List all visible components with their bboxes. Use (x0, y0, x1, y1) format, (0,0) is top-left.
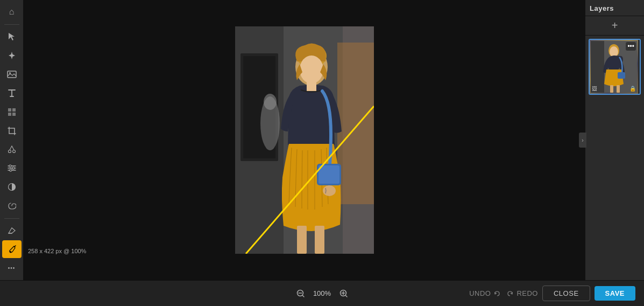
layer-lock-icon: 🔒 (629, 86, 636, 92)
layer-more-button[interactable]: ••• (626, 42, 636, 51)
svg-rect-23 (307, 81, 316, 91)
svg-point-28 (323, 185, 336, 196)
canvas-image (235, 26, 374, 254)
left-toolbar: ⌂ (0, 0, 24, 280)
bottom-bar: 100% UNDO REDO (0, 280, 644, 306)
magic-tool[interactable] (2, 47, 22, 65)
image-size-status: 258 x 422 px @ 100% (28, 248, 86, 254)
toolbar-separator (4, 24, 19, 25)
toolbar-separator-2 (4, 218, 19, 219)
pattern-tool[interactable] (2, 103, 22, 121)
svg-point-30 (264, 94, 277, 110)
panel-collapse-button[interactable]: › (579, 133, 586, 148)
redo-button[interactable]: REDO (507, 289, 538, 297)
layers-panel-title: Layers (585, 0, 644, 16)
canvas-area: 258 x 422 px @ 100% (24, 0, 585, 280)
layer-icons: 🖼 🔒 (590, 86, 638, 92)
undo-redo-controls: UNDO REDO (469, 289, 538, 297)
contrast-tool[interactable] (2, 178, 22, 196)
svg-point-8 (9, 165, 11, 167)
svg-point-12 (10, 251, 11, 253)
eraser-tool[interactable] (2, 221, 22, 239)
canvas-image-wrapper (235, 26, 374, 254)
zoom-out-button[interactable] (293, 286, 308, 301)
svg-rect-4 (8, 113, 11, 116)
crop-tool[interactable] (2, 122, 22, 140)
svg-rect-38 (618, 72, 625, 79)
svg-point-22 (300, 55, 323, 84)
svg-point-9 (12, 167, 15, 169)
svg-rect-27 (319, 165, 339, 184)
close-button[interactable]: CLOSE (542, 286, 590, 301)
svg-rect-24 (297, 226, 307, 254)
svg-point-6 (8, 150, 11, 153)
save-button[interactable]: SAVE (595, 286, 635, 301)
more-tools[interactable]: ••• (2, 259, 22, 277)
zoom-controls: 100% (293, 286, 351, 301)
undo-button[interactable]: UNDO (469, 289, 500, 297)
svg-rect-5 (12, 113, 16, 116)
home-tool[interactable]: ⌂ (2, 3, 22, 21)
spiral-tool[interactable] (2, 197, 22, 215)
layer-item[interactable]: ••• 🖼 🔒 (589, 39, 641, 95)
image-tool[interactable] (2, 66, 22, 84)
svg-rect-2 (8, 108, 11, 112)
svg-rect-25 (315, 226, 324, 254)
svg-point-1 (9, 72, 11, 74)
svg-rect-3 (12, 108, 16, 112)
bottom-actions: UNDO REDO CLOSE SAVE (469, 286, 635, 301)
svg-point-7 (12, 150, 15, 153)
zoom-in-button[interactable] (336, 286, 351, 301)
cut-tool[interactable] (2, 141, 22, 158)
select-tool[interactable] (2, 28, 22, 46)
add-layer-button[interactable]: + (585, 16, 644, 36)
text-tool[interactable] (2, 84, 22, 102)
layers-panel: Layers + (585, 0, 644, 280)
svg-rect-33 (591, 41, 604, 93)
adjust-tool[interactable] (2, 159, 22, 177)
svg-rect-19 (337, 43, 374, 204)
brush-tool[interactable] (2, 240, 22, 258)
zoom-value: 100% (312, 289, 333, 297)
layer-image-icon: 🖼 (592, 86, 597, 92)
layer-thumbnail: ••• 🖼 🔒 (590, 40, 638, 94)
svg-point-10 (10, 169, 12, 171)
